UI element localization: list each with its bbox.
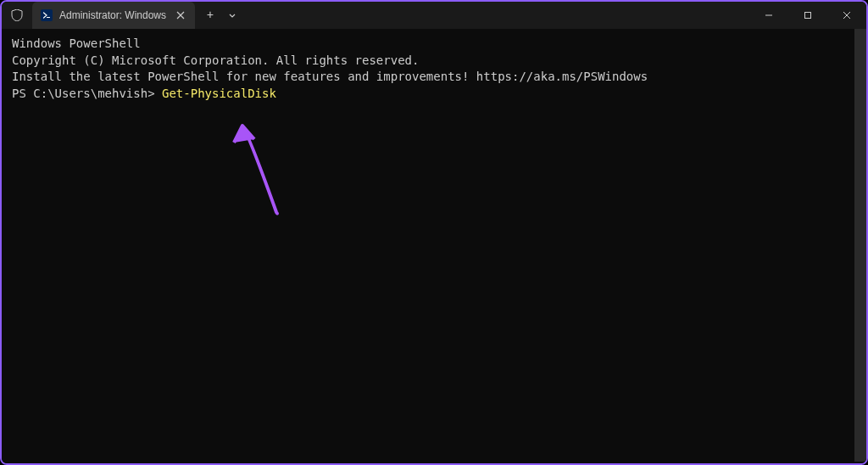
close-button[interactable] (827, 2, 866, 29)
terminal-content[interactable]: Windows PowerShell Copyright (C) Microso… (2, 29, 866, 463)
tab-close-button[interactable] (173, 8, 188, 23)
title-bar: Administrator: Windows + (2, 2, 866, 29)
maximize-button[interactable] (788, 2, 827, 29)
prompt-path: PS C:\Users\mehvish> (12, 87, 162, 100)
command-text: Get-PhysicalDisk (162, 87, 276, 100)
admin-shield-icon (10, 8, 24, 22)
scrollbar[interactable] (854, 29, 866, 462)
scrollbar-thumb[interactable] (854, 29, 866, 462)
svg-rect-1 (805, 13, 811, 19)
prompt-line: PS C:\Users\mehvish> Get-PhysicalDisk (12, 86, 856, 103)
output-line: Windows PowerShell (12, 36, 856, 53)
tab-title: Administrator: Windows (59, 9, 166, 21)
window-controls (749, 2, 866, 29)
minimize-button[interactable] (749, 2, 788, 29)
new-tab-button[interactable]: + (198, 3, 222, 27)
tab-dropdown-button[interactable] (222, 3, 242, 27)
tab-powershell[interactable]: Administrator: Windows (32, 2, 195, 29)
output-line: Copyright (C) Microsoft Corporation. All… (12, 53, 856, 70)
powershell-icon (41, 9, 53, 21)
title-bar-left: Administrator: Windows + (2, 2, 242, 29)
output-line: Install the latest PowerShell for new fe… (12, 69, 856, 86)
